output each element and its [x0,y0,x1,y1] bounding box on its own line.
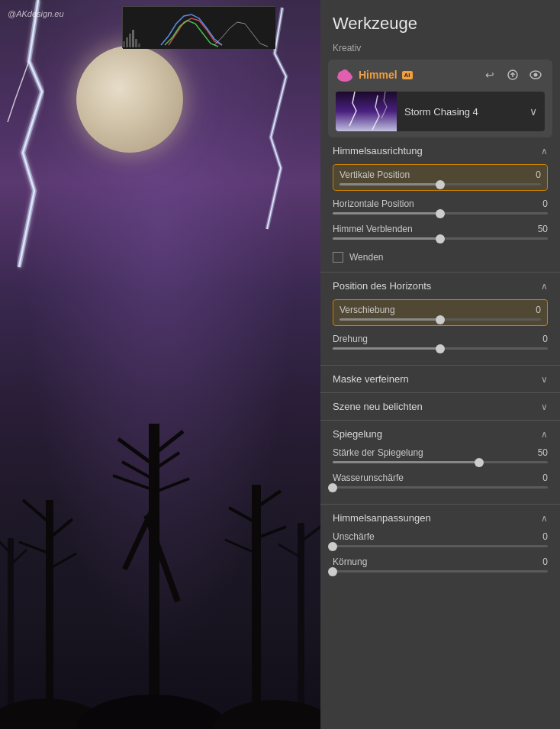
kornung-label: Körnung [333,556,367,567]
spiegelung-label: Spiegelung [333,428,382,440]
himmelsanpassungen-label: Himmelsanpassungen [333,512,431,524]
maske-header[interactable]: Maske verfeinern ∨ [320,366,560,392]
himmel-verblenden-label: Himmel Verblenden [333,224,413,234]
sky-thumbnail [336,92,397,131]
himmelsausrichtung-content: Vertikale Position 0 Horizontale Positio… [320,164,560,272]
himmel-verblenden-value: 50 [533,224,548,234]
vertikale-label: Vertikale Position [340,169,410,180]
himmelsausrichtung-label: Himmelsausrichtung [333,145,423,156]
himmelsausrichtung-chevron: ∧ [541,146,548,156]
svg-rect-31 [129,34,131,47]
horizont-label: Position des Horizonts [333,280,431,292]
wasserunscharfe-track[interactable] [333,486,548,489]
svg-point-38 [341,69,349,77]
unscharfe-row: Unschärfe 0 [333,531,548,547]
svg-rect-33 [135,39,137,47]
verschiebung-row: Verschiebung 0 [333,299,548,326]
spiegelung-content: Stärke der Spiegelung 50 Wasserunschärfe… [320,447,560,504]
svg-rect-30 [126,37,128,47]
svg-rect-34 [138,44,140,47]
verschiebung-value: 0 [526,305,541,315]
staerke-track[interactable] [333,461,548,463]
szene-section: Szene neu belichten ∨ [320,392,560,420]
watermark: @AKdesign.eu [8,9,64,18]
maske-section: Maske verfeinern ∨ [320,365,560,392]
section-label: Kreativ [320,40,560,60]
vertikale-value: 0 [526,169,541,180]
wasserunscharfe-value: 0 [533,473,548,483]
wasserunscharfe-row: Wasserunschärfe 0 [333,473,548,489]
himmelsausrichtung-section: Himmelsausrichtung ∧ Vertikale Position … [320,137,560,272]
horizont-header[interactable]: Position des Horizonts ∧ [320,273,560,299]
himmelsanpassungen-section: Himmelsanpassungen ∧ Unschärfe 0 Körnung… [320,504,560,588]
maske-chevron: ∨ [541,374,548,385]
kornung-row: Körnung 0 [333,556,548,573]
image-panel: @AKdesign.eu [0,0,320,729]
himmel-verblenden-track[interactable] [333,237,548,240]
spiegelung-header[interactable]: Spiegelung ∧ [320,421,560,447]
horizontale-track[interactable] [333,212,548,215]
himmelsausrichtung-header[interactable]: Himmelsausrichtung ∧ [320,137,560,164]
maske-label: Maske verfeinern [333,373,409,385]
himmelsanpassungen-chevron: ∧ [541,513,548,524]
cloud-icon [336,68,354,82]
staerke-row: Stärke der Spiegelung 50 [333,447,548,463]
sky-chevron-icon[interactable]: ∨ [522,105,545,118]
drehung-row: Drehung 0 [333,334,548,350]
szene-chevron: ∨ [541,402,548,412]
wenden-label: Wenden [349,252,383,263]
panel-title: Werkzeuge [320,0,560,40]
horizontale-label: Horizontale Position [333,198,414,209]
himmel-card: Himmel AI ↩ [328,60,552,137]
sky-name: Storm Chasing 4 [397,106,522,118]
upload-button[interactable] [504,66,522,84]
unscharfe-track[interactable] [333,545,548,547]
horizont-chevron: ∧ [541,281,548,292]
svg-rect-29 [123,41,125,47]
svg-rect-32 [132,30,134,47]
drehung-track[interactable] [333,347,548,350]
wasserunscharfe-label: Wasserunschärfe [333,473,404,483]
wenden-checkbox[interactable] [333,252,343,263]
visibility-button[interactable] [526,66,545,84]
histogram [122,6,275,48]
kornung-value: 0 [533,556,548,567]
himmel-verblenden-row: Himmel Verblenden 50 [333,224,548,240]
ai-badge: AI [402,71,413,79]
himmelsanpassungen-content: Unschärfe 0 Körnung 0 [320,531,560,588]
vertikale-position-row: Vertikale Position 0 [333,164,548,191]
horizontale-position-row: Horizontale Position 0 [333,198,548,215]
verschiebung-track[interactable] [340,318,541,321]
horizont-section: Position des Horizonts ∧ Verschiebung 0 … [320,272,560,365]
staerke-value: 50 [533,447,548,458]
horizontale-value: 0 [533,198,548,209]
unscharfe-label: Unschärfe [333,531,375,542]
svg-rect-42 [336,92,397,131]
horizont-content: Verschiebung 0 Drehung 0 [320,299,560,365]
tools-panel: Werkzeuge Kreativ Himmel AI ↩ [320,0,560,729]
himmelsanpassungen-header[interactable]: Himmelsanpassungen ∧ [320,505,560,531]
undo-button[interactable]: ↩ [481,66,499,84]
unscharfe-value: 0 [533,531,548,542]
szene-header[interactable]: Szene neu belichten ∨ [320,393,560,420]
wenden-row: Wenden [333,249,548,266]
kornung-track[interactable] [333,570,548,573]
drehung-value: 0 [533,334,548,344]
spiegelung-section: Spiegelung ∧ Stärke der Spiegelung 50 Wa… [320,420,560,504]
verschiebung-label: Verschiebung [340,305,395,315]
drehung-label: Drehung [333,334,368,344]
sky-selector[interactable]: Storm Chasing 4 ∨ [336,92,545,131]
staerke-label: Stärke der Spiegelung [333,447,423,458]
szene-label: Szene neu belichten [333,401,423,412]
spiegelung-chevron: ∧ [541,429,548,440]
vertikale-track[interactable] [340,183,541,185]
svg-point-41 [534,73,538,77]
himmel-title: Himmel [359,69,397,81]
